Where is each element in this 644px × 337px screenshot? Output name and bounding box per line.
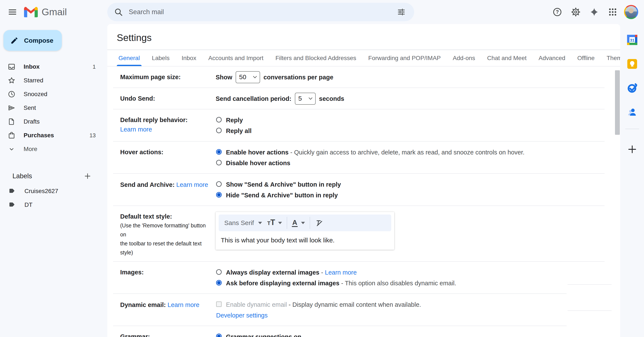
search-input[interactable] <box>129 8 395 16</box>
radio-unselected[interactable] <box>216 128 222 133</box>
row-maximum-page-size: Maximum page size: Show 50 conversations… <box>113 66 604 88</box>
search-options-button[interactable] <box>395 5 408 18</box>
account-button[interactable] <box>623 4 639 20</box>
tab-offline[interactable]: Offline <box>576 50 596 66</box>
sidebar-item-label: Purchases <box>24 132 54 139</box>
settings-tabs: General Labels Inbox Accounts and Import… <box>107 50 620 66</box>
label-item-dt[interactable]: DT <box>0 198 107 212</box>
option-label-disabled: Enable dynamic email <box>226 301 287 308</box>
font-family-dropdown[interactable]: Sans Serif <box>224 218 262 228</box>
tab-advanced[interactable]: Advanced <box>537 50 567 66</box>
developer-settings-link[interactable]: Developer settings <box>216 311 268 320</box>
option-label: Always display external images <box>226 269 319 276</box>
learn-more-link[interactable]: Learn more <box>325 269 357 276</box>
svg-text:31: 31 <box>630 38 634 42</box>
gmail-logo[interactable]: Gmail <box>24 0 67 24</box>
hamburger-icon <box>8 7 17 17</box>
option-grammar-on[interactable]: Grammar suggestions on <box>216 332 604 337</box>
tab-chat-and-meet[interactable]: Chat and Meet <box>486 50 528 66</box>
create-label-button[interactable] <box>82 170 94 182</box>
sidebar-item-drafts[interactable]: Drafts <box>0 115 107 128</box>
remove-formatting-button[interactable] <box>315 219 324 227</box>
row-label: Grammar: <box>120 330 208 337</box>
rail-divider <box>625 129 639 129</box>
option-enable-hover-actions[interactable]: Enable hover actions - Quickly gain acce… <box>216 148 604 157</box>
toolbar-divider <box>310 217 310 229</box>
text-size-dropdown[interactable]: TT <box>267 218 282 228</box>
get-add-ons-button[interactable] <box>624 141 640 157</box>
option-always-display-images[interactable]: Always display external images - Learn m… <box>216 268 604 277</box>
learn-more-link[interactable]: Learn more <box>168 300 199 309</box>
search-bar[interactable] <box>107 3 414 21</box>
gear-icon <box>570 7 581 17</box>
option-desc: - Quickly gain access to archive, delete… <box>289 149 524 156</box>
dropdown-arrow-icon <box>258 222 262 224</box>
main-menu-button[interactable] <box>5 4 20 20</box>
row-label: Send and Archive: <box>120 181 175 188</box>
settings-button[interactable] <box>568 4 584 20</box>
tab-add-ons[interactable]: Add-ons <box>451 50 477 66</box>
option-dash: - <box>319 269 325 276</box>
tab-general[interactable]: General <box>117 50 142 66</box>
option-label: Enable hover actions <box>226 149 289 156</box>
sparkle-icon <box>589 7 599 17</box>
option-desc: - Display dynamic email content when ava… <box>287 301 421 308</box>
body-text-preview: This is what your body text will look li… <box>219 231 391 246</box>
option-ask-before-displaying-images[interactable]: Ask before displaying external images - … <box>216 279 604 288</box>
search-icon[interactable] <box>114 7 123 17</box>
cancellation-period-select[interactable]: 5 <box>295 93 316 105</box>
sidebar-item-starred[interactable]: Starred <box>0 74 107 87</box>
apps-grid-button[interactable] <box>604 4 621 20</box>
tab-labels[interactable]: Labels <box>150 50 172 66</box>
row-undo-send: Undo Send: Send cancellation period: 5 s… <box>113 88 604 109</box>
row-hover-actions: Hover actions: Enable hover actions - Qu… <box>113 142 604 174</box>
tab-inbox[interactable]: Inbox <box>180 50 198 66</box>
option-label: Hide "Send & Archive" button in reply <box>226 191 338 200</box>
option-label: Disable hover actions <box>226 158 290 168</box>
row-label: Default reply behavior: <box>120 116 188 123</box>
tab-forwarding-and-pop-imap[interactable]: Forwarding and POP/IMAP <box>366 50 442 66</box>
calendar-button[interactable]: 31 <box>624 32 640 48</box>
option-reply[interactable]: Reply <box>216 115 604 125</box>
vertical-scrollbar-thumb[interactable] <box>615 70 620 135</box>
radio-selected[interactable] <box>216 192 222 198</box>
apps-grid-icon <box>608 7 618 17</box>
keep-button[interactable] <box>624 56 640 72</box>
tasks-button[interactable] <box>624 80 640 96</box>
radio-unselected[interactable] <box>216 160 222 165</box>
sidebar-item-snoozed[interactable]: Snoozed <box>0 87 107 101</box>
tab-accounts-and-import[interactable]: Accounts and Import <box>207 50 265 66</box>
radio-unselected[interactable] <box>216 117 222 122</box>
option-hide-send-archive[interactable]: Hide "Send & Archive" button in reply <box>216 191 604 200</box>
option-reply-all[interactable]: Reply all <box>216 126 604 136</box>
radio-selected[interactable] <box>216 149 222 155</box>
tab-filters-and-blocked-addresses[interactable]: Filters and Blocked Addresses <box>274 50 358 66</box>
sidebar-item-purchases[interactable]: Purchases 13 <box>0 128 107 142</box>
radio-selected[interactable] <box>216 334 222 337</box>
sidebar-item-label: Inbox <box>24 63 40 70</box>
compose-button[interactable]: Compose <box>4 30 62 51</box>
learn-more-link[interactable]: Learn more <box>120 125 152 134</box>
plus-icon <box>627 144 637 154</box>
inbox-count: 1 <box>93 63 96 70</box>
dropdown-arrow-icon <box>278 222 282 224</box>
contacts-button[interactable] <box>624 104 640 120</box>
label-tag-icon <box>8 201 16 209</box>
radio-unselected[interactable] <box>216 181 222 187</box>
sidebar-item-more[interactable]: More <box>0 142 107 156</box>
page-size-select[interactable]: 50 <box>236 71 260 83</box>
radio-selected[interactable] <box>216 280 222 286</box>
sidebar-item-sent[interactable]: Sent <box>0 101 107 115</box>
label-item-cruises2627[interactable]: Cruises2627 <box>0 184 107 198</box>
row-label: Undo Send: <box>120 92 208 105</box>
learn-more-link[interactable]: Learn more <box>176 180 208 189</box>
overlay-artifact <box>566 279 619 337</box>
help-button[interactable]: ? <box>549 4 566 20</box>
radio-unselected[interactable] <box>216 269 222 275</box>
text-color-dropdown[interactable]: A <box>292 219 305 227</box>
sidebar-item-inbox[interactable]: Inbox 1 <box>0 60 107 74</box>
gemini-button[interactable] <box>586 4 602 20</box>
per-page-text: conversations per page <box>264 72 334 82</box>
option-show-send-archive[interactable]: Show "Send & Archive" button in reply <box>216 180 604 189</box>
option-disable-hover-actions[interactable]: Disable hover actions <box>216 158 604 168</box>
